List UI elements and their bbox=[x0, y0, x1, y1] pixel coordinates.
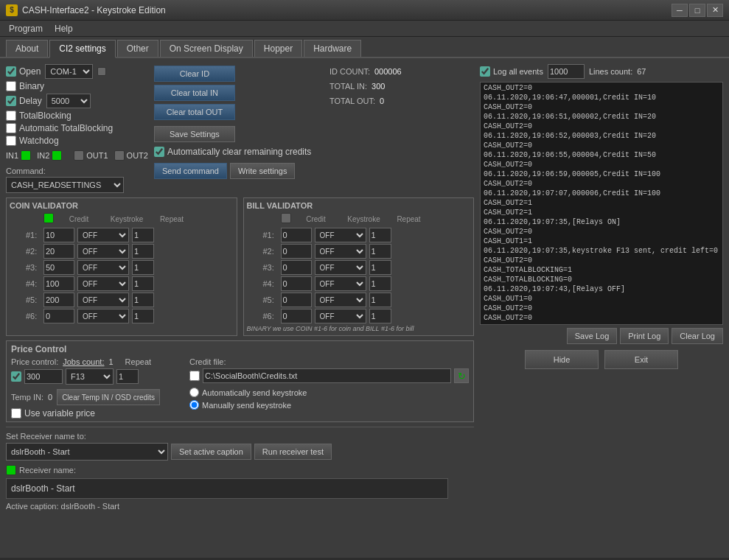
command-select[interactable]: CASH_READSETTINGS CASH_TOTALBLOCKING CAS… bbox=[6, 177, 124, 193]
bill-row-6-credit[interactable] bbox=[281, 309, 312, 323]
maximize-button[interactable]: □ bbox=[689, 4, 705, 17]
tab-other[interactable]: Other bbox=[117, 40, 158, 57]
coin-row-2-credit[interactable] bbox=[43, 244, 74, 259]
bill-row-5-credit[interactable] bbox=[281, 293, 312, 307]
coin-row-3-credit[interactable] bbox=[43, 260, 74, 275]
price-value-input[interactable] bbox=[24, 369, 63, 384]
binary-checkbox[interactable] bbox=[6, 81, 16, 91]
minimize-button[interactable]: ─ bbox=[672, 4, 688, 17]
menu-program[interactable]: Program bbox=[3, 22, 49, 35]
coin-row-6-credit[interactable] bbox=[43, 309, 74, 323]
coin-row-1-keystroke[interactable]: OFFF1F13 bbox=[77, 228, 129, 242]
auto-clear-checkbox[interactable] bbox=[154, 147, 164, 157]
coin-row-6-repeat[interactable] bbox=[132, 309, 154, 323]
bill-row-6-keystroke[interactable]: OFF bbox=[315, 309, 366, 323]
bill-row-2-credit[interactable] bbox=[281, 244, 312, 259]
autototalblocking-checkbox-label[interactable]: Automatic TotalBlocking bbox=[6, 123, 113, 133]
use-variable-price-label[interactable]: Use variable price bbox=[11, 408, 181, 419]
set-active-caption-button[interactable]: Set active caption bbox=[171, 444, 251, 460]
bill-row-4-repeat[interactable] bbox=[369, 276, 391, 291]
coin-row-1: #1: OFFF1F13 bbox=[10, 228, 234, 242]
coin-row-2-keystroke[interactable]: OFF bbox=[77, 244, 129, 259]
coin-row-4-keystroke[interactable]: OFF bbox=[77, 276, 129, 291]
auto-clear-label[interactable]: Automatically clear remaining credits bbox=[154, 147, 324, 157]
coin-row-5-repeat[interactable] bbox=[132, 293, 154, 307]
write-settings-button[interactable]: Write settings bbox=[230, 163, 295, 179]
credit-file-checkbox[interactable] bbox=[189, 371, 200, 381]
jobs-count-label[interactable]: Jobs count: bbox=[63, 357, 104, 366]
tab-ci2-settings[interactable]: CI2 settings bbox=[49, 40, 115, 58]
coin-row-6-keystroke[interactable]: OFF bbox=[77, 309, 129, 323]
port-select[interactable]: COM-1COM-2COM-3COM-4 bbox=[45, 64, 93, 79]
id-count-value: 000006 bbox=[374, 67, 402, 76]
delay-checkbox[interactable] bbox=[6, 96, 16, 106]
bill-row-3-keystroke[interactable]: OFF bbox=[315, 260, 366, 275]
watchdog-checkbox-label[interactable]: Watchdog bbox=[6, 136, 59, 146]
watchdog-checkbox[interactable] bbox=[6, 136, 16, 146]
coin-row-2-repeat[interactable] bbox=[132, 244, 154, 259]
clear-id-button[interactable]: Clear ID bbox=[154, 66, 235, 82]
out1-indicator: OUT1 bbox=[74, 150, 108, 161]
binary-checkbox-label[interactable]: Binary bbox=[6, 81, 44, 91]
totalblocking-checkbox-label[interactable]: TotalBlocking bbox=[6, 111, 71, 121]
tab-about[interactable]: About bbox=[6, 40, 48, 57]
manual-send-label[interactable]: Manually send keystroke bbox=[189, 400, 469, 410]
bill-row-3-credit[interactable] bbox=[281, 260, 312, 275]
save-settings-button[interactable]: Save Settings bbox=[154, 126, 235, 142]
autototalblocking-checkbox[interactable] bbox=[6, 123, 16, 133]
coin-row-3-repeat[interactable] bbox=[132, 260, 154, 275]
delay-checkbox-label[interactable]: Delay bbox=[6, 96, 42, 106]
credit-file-input[interactable] bbox=[203, 368, 451, 383]
bill-row-1-credit[interactable] bbox=[281, 228, 312, 242]
bill-row-1-repeat[interactable] bbox=[369, 228, 391, 242]
clear-total-in-button[interactable]: Clear total IN bbox=[154, 85, 235, 101]
bill-row-2-repeat[interactable] bbox=[369, 244, 391, 259]
bill-row-4-keystroke[interactable]: OFF bbox=[315, 276, 366, 291]
price-enabled-checkbox[interactable] bbox=[11, 371, 21, 382]
save-log-button[interactable]: Save Log bbox=[567, 328, 617, 344]
auto-send-radio[interactable] bbox=[189, 388, 199, 397]
log-lines-input[interactable] bbox=[548, 64, 585, 79]
tab-osd[interactable]: On Screen Display bbox=[160, 40, 253, 57]
coin-row-1-repeat[interactable] bbox=[132, 228, 154, 242]
log-all-events-label[interactable]: Log all events bbox=[480, 66, 543, 77]
auto-send-label[interactable]: Automatically send keystroke bbox=[189, 388, 469, 397]
clear-log-button[interactable]: Clear Log bbox=[672, 328, 723, 344]
log-all-events-checkbox[interactable] bbox=[480, 66, 490, 77]
delay-select[interactable]: 500030001000 bbox=[46, 94, 91, 108]
manual-send-radio[interactable] bbox=[189, 400, 199, 410]
coin-row-3-keystroke[interactable]: OFF bbox=[77, 260, 129, 275]
coin-row-5-keystroke[interactable]: OFF bbox=[77, 293, 129, 307]
bill-row-5-keystroke[interactable]: OFF bbox=[315, 293, 366, 307]
coin-row-5-credit[interactable] bbox=[43, 293, 74, 307]
bill-row-1-keystroke[interactable]: OFF bbox=[315, 228, 366, 242]
bill-row-4-credit[interactable] bbox=[281, 276, 312, 291]
bill-row-2-keystroke[interactable]: OFF bbox=[315, 244, 366, 259]
exit-button[interactable]: Exit bbox=[604, 350, 678, 369]
receiver-select[interactable]: dslrBooth - Start bbox=[6, 443, 168, 461]
open-checkbox-label[interactable]: Open bbox=[6, 66, 41, 77]
run-receiver-test-button[interactable]: Run receiver test bbox=[254, 444, 332, 460]
close-button[interactable]: ✕ bbox=[707, 4, 723, 17]
use-variable-price-checkbox[interactable] bbox=[11, 408, 21, 419]
price-repeat-input[interactable] bbox=[116, 369, 139, 384]
clear-total-out-button[interactable]: Clear total OUT bbox=[154, 104, 235, 120]
keystroke-select[interactable]: F13F14F15 bbox=[66, 368, 114, 385]
tab-hopper[interactable]: Hopper bbox=[254, 40, 302, 57]
send-command-button[interactable]: Send command bbox=[154, 163, 227, 179]
hide-button[interactable]: Hide bbox=[525, 350, 599, 369]
clear-temp-button[interactable]: Clear Temp IN / OSD credits bbox=[57, 389, 160, 405]
bill-row-6-repeat[interactable] bbox=[369, 309, 391, 323]
coin-row-4-credit[interactable] bbox=[43, 276, 74, 291]
credit-file-refresh-button[interactable]: ↻ bbox=[454, 368, 469, 383]
log-area[interactable]: BILL12=0BILL13=0BILL14=0BILL15=0########… bbox=[480, 82, 723, 325]
bill-row-5-repeat[interactable] bbox=[369, 293, 391, 307]
open-checkbox[interactable] bbox=[6, 66, 16, 77]
coin-row-1-credit[interactable] bbox=[43, 228, 74, 242]
bill-row-3-repeat[interactable] bbox=[369, 260, 391, 275]
print-log-button[interactable]: Print Log bbox=[620, 328, 669, 344]
menu-help[interactable]: Help bbox=[49, 22, 79, 35]
tab-hardware[interactable]: Hardware bbox=[304, 40, 361, 57]
coin-row-4-repeat[interactable] bbox=[132, 276, 154, 291]
totalblocking-checkbox[interactable] bbox=[6, 111, 16, 121]
